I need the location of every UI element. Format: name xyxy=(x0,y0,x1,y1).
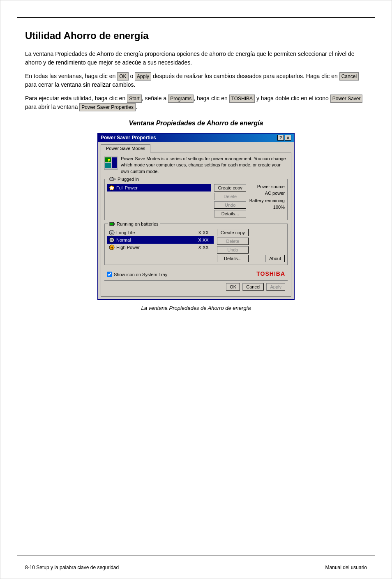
svg-text:L: L xyxy=(111,231,113,235)
info-box: Power Save Modes is a series of settings… xyxy=(104,156,288,175)
info-text: Power Save Modes is a series of settings… xyxy=(121,156,288,175)
plugged-delete-button[interactable]: Delete xyxy=(214,193,246,200)
help-button[interactable]: ? xyxy=(277,135,284,141)
mode-high-power[interactable]: H High Power X:XX xyxy=(107,244,214,251)
long-life-icon: L xyxy=(109,230,115,235)
show-icon-checkbox[interactable] xyxy=(107,272,112,277)
dialog-caption: La ventana Propiedades de Ahorro de ener… xyxy=(25,305,367,311)
battery-label: Battery remaining xyxy=(249,198,285,203)
plugged-details-button[interactable]: Details... xyxy=(214,210,246,217)
plugged-in-modes: Full Power xyxy=(107,184,211,217)
batteries-create-copy-button[interactable]: Create copy xyxy=(217,229,249,236)
plugged-in-label: Plugged in xyxy=(108,176,140,182)
batteries-undo-button[interactable]: Undo xyxy=(217,246,249,254)
plugged-in-section: Plugged in Full Power xyxy=(104,179,288,220)
tab-content: Power Save Modes is a series of settings… xyxy=(101,152,291,297)
titlebar-buttons: ? × xyxy=(277,135,291,141)
section-heading: Ventana Propiedades de Ahorro de energía xyxy=(25,120,367,127)
plugged-in-buttons: Create copy Delete Undo Details... xyxy=(214,184,246,217)
power-save-icon xyxy=(104,157,118,170)
page-container: Utilidad Ahorro de energía La ventana Pr… xyxy=(0,0,392,579)
tab-bar: Power Save Modes xyxy=(101,144,291,152)
running-batteries-buttons: Create copy Delete Undo Details... xyxy=(217,229,249,262)
battery-icon xyxy=(109,221,115,227)
long-life-value: X:XX xyxy=(198,230,212,235)
ok-ref: OK xyxy=(117,72,128,81)
power-icon-ref: Power Saver xyxy=(330,95,363,103)
plugged-create-copy-button[interactable]: Create copy xyxy=(214,184,246,191)
high-power-label: High Power xyxy=(116,245,140,250)
cancel-button[interactable]: Cancel xyxy=(242,283,264,291)
bottom-row: Show icon on System Tray TOSHIBA xyxy=(104,268,288,279)
start-ref: Start xyxy=(127,95,141,103)
toshiba-ref: TOSHIBA xyxy=(229,95,255,103)
running-batteries-label: Running on batteries xyxy=(108,221,160,227)
ok-button[interactable]: OK xyxy=(226,283,240,291)
tab-power-save-modes[interactable]: Power Save Modes xyxy=(101,144,150,152)
plugged-in-body: Full Power Create copy Delete Undo Detai… xyxy=(107,184,285,217)
apply-ref: Apply xyxy=(135,72,151,81)
cancel-ref: Cancel xyxy=(339,72,359,81)
power-source-label: Power source xyxy=(249,184,285,189)
dialog-footer: OK Cancel Apply xyxy=(104,280,288,293)
svg-rect-13 xyxy=(110,223,113,225)
full-power-icon xyxy=(109,185,115,191)
high-power-icon: H xyxy=(109,245,115,250)
power-source-value: AC power xyxy=(249,191,285,196)
footer-left: 8-10 Setup y la palabra clave de segurid… xyxy=(25,565,119,570)
running-batteries-section: Running on batteries L Long xyxy=(104,224,288,265)
svg-text:N: N xyxy=(111,238,113,242)
battery-value: 100% xyxy=(249,205,285,210)
high-power-value: X:XX xyxy=(198,245,212,250)
svg-rect-6 xyxy=(114,179,115,180)
page-title: Utilidad Ahorro de energía xyxy=(25,30,367,42)
intro-paragraph-1: La ventana Propiedades de Ahorro de ener… xyxy=(25,50,367,67)
dialog-titlebar: Power Saver Properties ? × xyxy=(98,134,294,142)
intro-paragraph-2: En todas las ventanas, haga clic en OK o… xyxy=(25,72,367,89)
full-power-label: Full Power xyxy=(116,185,138,190)
svg-text:H: H xyxy=(111,246,113,249)
mode-normal[interactable]: N Normal X:XX xyxy=(107,236,214,244)
about-area: About xyxy=(252,229,285,262)
show-icon-row: Show icon on System Tray xyxy=(107,272,167,277)
running-batteries-modes: L Long Life X:XX N xyxy=(107,229,214,262)
batteries-delete-button[interactable]: Delete xyxy=(217,238,249,245)
svg-rect-12 xyxy=(114,223,115,225)
about-button[interactable]: About xyxy=(265,255,285,262)
show-icon-label: Show icon on System Tray xyxy=(114,272,167,277)
running-batteries-body: L Long Life X:XX N xyxy=(107,229,285,262)
dialog-title: Power Saver Properties xyxy=(101,135,156,141)
mode-long-life[interactable]: L Long Life X:XX xyxy=(107,229,214,236)
toshiba-logo: TOSHIBA xyxy=(256,270,285,277)
normal-value: X:XX xyxy=(198,238,212,242)
footer-right: Manual del usuario xyxy=(325,565,367,570)
batteries-details-button[interactable]: Details... xyxy=(217,255,249,262)
running-batteries-text: Running on batteries xyxy=(117,221,159,226)
bottom-rule xyxy=(17,556,375,556)
programs-ref: Programs xyxy=(168,95,194,103)
plugged-undo-button[interactable]: Undo xyxy=(214,201,246,209)
intro-paragraph-3: Para ejecutar esta utilidad, haga clic e… xyxy=(25,94,367,111)
dialog-wrapper: Power Saver Properties ? × Power Save Mo… xyxy=(25,133,367,300)
page-footer: 8-10 Setup y la palabra clave de segurid… xyxy=(25,565,367,570)
close-button[interactable]: × xyxy=(285,135,291,141)
dialog-body: Power Save Modes xyxy=(98,142,294,299)
normal-label: Normal xyxy=(116,238,131,242)
normal-icon: N xyxy=(109,237,115,243)
content-area: Utilidad Ahorro de energía La ventana Pr… xyxy=(0,18,392,336)
svg-rect-5 xyxy=(110,178,114,180)
mode-full-power[interactable]: Full Power xyxy=(107,184,211,191)
power-info: Power source AC power Battery remaining … xyxy=(249,184,285,217)
plugged-in-text: Plugged in xyxy=(118,177,139,182)
power-window-ref: Power Saver Properties xyxy=(79,103,136,111)
plug-icon xyxy=(109,176,116,182)
dialog-window: Power Saver Properties ? × Power Save Mo… xyxy=(97,133,295,300)
apply-button[interactable]: Apply xyxy=(266,283,285,291)
long-life-label: Long Life xyxy=(116,230,135,235)
svg-rect-2 xyxy=(105,163,111,168)
svg-rect-3 xyxy=(112,157,117,168)
